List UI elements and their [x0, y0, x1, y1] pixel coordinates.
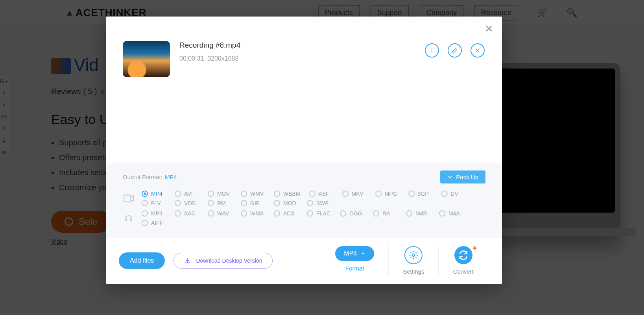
format-option-flac[interactable]: FLAC: [307, 210, 331, 217]
radio-icon: [142, 200, 148, 206]
video-thumbnail[interactable]: [123, 41, 170, 77]
format-option-aac[interactable]: AAC: [175, 210, 199, 217]
convert-column: ✦ Convert: [438, 246, 488, 275]
format-option-label: AIFF: [151, 220, 163, 226]
download-desktop-button[interactable]: Download Desktop Version: [173, 253, 273, 269]
radio-icon: [373, 210, 379, 217]
chevron-down-icon: [447, 174, 453, 180]
format-option-ac3[interactable]: AC3: [274, 210, 298, 217]
format-option-mov[interactable]: MOV: [208, 191, 232, 197]
settings-button[interactable]: [404, 246, 423, 264]
radio-icon: [208, 210, 214, 217]
format-option-label: RA: [382, 210, 390, 217]
convert-modal: ✕ Recording #8.mp4 00:00:31 3200x1688 Ou…: [106, 17, 502, 284]
radio-icon: [274, 200, 280, 206]
format-option-label: ASF: [319, 191, 329, 197]
format-option-label: M4R: [415, 210, 427, 217]
video-formats-row: MP4AVIMOVWMVWEBMASFMKVMPG3GPDVFLVVOBRMGI…: [123, 191, 485, 206]
modal-bottom-bar: Add files Download Desktop Version MP4 F…: [106, 238, 502, 284]
format-option-label: MOD: [283, 200, 296, 206]
close-button[interactable]: ✕: [483, 23, 495, 35]
radio-icon: [208, 191, 214, 197]
format-option-mkv[interactable]: MKV: [342, 191, 367, 197]
radio-icon: [307, 200, 313, 206]
format-option-label: WAV: [217, 210, 229, 217]
radio-icon: [175, 210, 181, 217]
format-option-label: 3GP: [418, 191, 429, 197]
format-option-label: FLV: [151, 200, 161, 206]
file-metadata: 00:00:31 3200x1688: [179, 55, 415, 62]
format-option-mpg[interactable]: MPG: [375, 191, 400, 197]
format-option-label: SWF: [316, 200, 328, 206]
pack-up-button[interactable]: Pack Up: [440, 170, 485, 183]
format-option-label: MP3: [151, 210, 162, 217]
add-files-button[interactable]: Add files: [119, 252, 165, 269]
download-icon: [184, 257, 191, 264]
format-option-ra[interactable]: RA: [373, 210, 397, 217]
format-option-asf[interactable]: ASF: [309, 191, 334, 197]
format-option-dv[interactable]: DV: [441, 191, 466, 197]
format-column: MP4 Format: [321, 246, 388, 272]
format-option-ogg[interactable]: OGG: [340, 210, 364, 217]
info-icon: [428, 47, 435, 54]
chevron-up-icon: [361, 251, 365, 256]
convert-label: Convert: [453, 268, 474, 275]
format-option-gif[interactable]: GIF: [241, 200, 265, 206]
radio-icon: [340, 210, 346, 217]
format-option-label: AVI: [184, 191, 193, 197]
format-option-label: RM: [217, 200, 226, 206]
svg-rect-3: [125, 219, 127, 221]
format-option-mp4[interactable]: MP4: [142, 191, 166, 197]
format-option-swf[interactable]: SWF: [307, 200, 331, 206]
format-chip[interactable]: MP4: [335, 246, 374, 261]
audio-category-icon: [123, 214, 135, 222]
format-option-wmv[interactable]: WMV: [241, 191, 265, 197]
format-option-mp3[interactable]: MP3: [142, 210, 166, 217]
convert-button[interactable]: [454, 246, 472, 264]
radio-icon: [307, 210, 313, 217]
format-option-label: VOB: [184, 200, 196, 206]
format-option-3gp[interactable]: 3GP: [408, 191, 433, 197]
file-name: Recording #8.mp4: [179, 41, 415, 50]
format-option-avi[interactable]: AVI: [175, 191, 199, 197]
format-option-label: WMA: [250, 210, 264, 217]
format-option-wma[interactable]: WMA: [241, 210, 265, 217]
format-option-flv[interactable]: FLV: [142, 200, 166, 206]
radio-icon: [274, 210, 280, 217]
remove-button[interactable]: [471, 43, 485, 57]
edit-button[interactable]: [448, 43, 462, 57]
format-option-webm[interactable]: WEBM: [274, 191, 301, 197]
format-option-m4r[interactable]: M4R: [406, 210, 430, 217]
format-option-vob[interactable]: VOB: [175, 200, 199, 206]
radio-icon: [142, 210, 148, 217]
svg-point-0: [432, 48, 432, 49]
radio-icon: [175, 191, 181, 197]
svg-rect-2: [124, 195, 131, 202]
svg-rect-4: [131, 219, 132, 221]
radio-icon: [175, 200, 181, 206]
gear-icon: [408, 250, 419, 260]
close-icon: [474, 47, 481, 54]
radio-icon: [241, 200, 247, 206]
radio-icon: [208, 200, 214, 206]
svg-rect-1: [432, 50, 432, 53]
format-option-wav[interactable]: WAV: [208, 210, 232, 217]
format-option-aiff[interactable]: AIFF: [142, 220, 166, 226]
format-option-label: GIF: [250, 200, 259, 206]
radio-icon: [406, 210, 412, 217]
output-format-label: Output Format:: [123, 174, 162, 180]
format-option-rm[interactable]: RM: [208, 200, 232, 206]
format-option-label: WEBM: [283, 191, 301, 197]
settings-label: Settings: [403, 268, 424, 275]
format-option-mod[interactable]: MOD: [274, 200, 298, 206]
radio-icon: [408, 191, 415, 197]
settings-column: Settings: [388, 246, 438, 275]
radio-icon: [309, 191, 316, 197]
output-format-value: MP4: [165, 174, 177, 180]
info-button[interactable]: [425, 43, 439, 57]
radio-icon: [439, 210, 445, 217]
format-option-m4a[interactable]: M4A: [439, 210, 463, 217]
format-label: Format: [345, 265, 364, 272]
format-option-label: MOV: [217, 191, 230, 197]
convert-icon: [458, 250, 469, 260]
